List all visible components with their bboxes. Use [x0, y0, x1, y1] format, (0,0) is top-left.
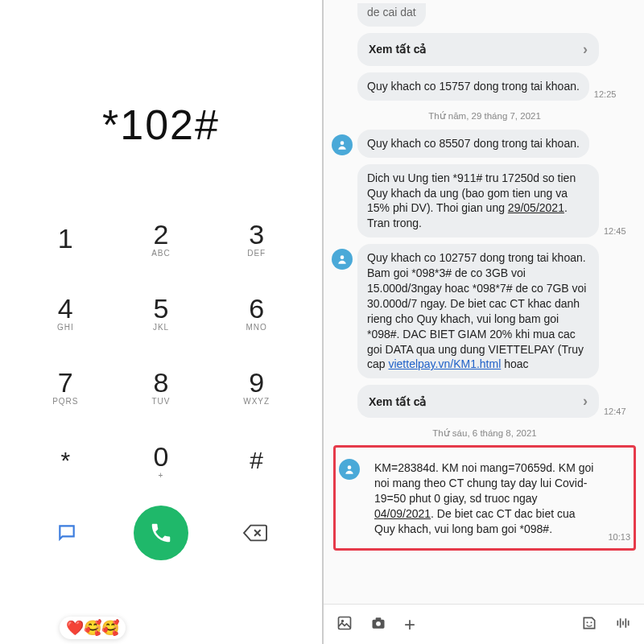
action-row[interactable]: Xem tất cả › 12:47 — [332, 385, 638, 418]
message-row: Quy khach co 85507 dong trong tai khoan. — [332, 130, 638, 158]
keypad-key-#[interactable]: # — [208, 423, 304, 497]
svg-point-0 — [341, 141, 345, 145]
timestamp: 12:45 — [604, 226, 626, 237]
message-bubble: Dich vu Ung tien *911# tru 17250d so tie… — [357, 164, 599, 238]
timestamp: 10:13 — [608, 532, 630, 543]
view-all-label: Xem tất cả — [369, 43, 427, 56]
dialer-bottom-row — [0, 497, 322, 576]
avatar — [339, 459, 360, 480]
reactions-bubble[interactable]: ❤️🥰🥰 — [60, 617, 126, 639]
timestamp: 12:47 — [604, 407, 626, 418]
messages-icon[interactable] — [47, 514, 86, 552]
keypad-key-9[interactable]: 9WXYZ — [208, 349, 304, 423]
message-bubble: Quy khach co 15757 dong trong tai khoan. — [357, 72, 589, 101]
avatar — [332, 249, 353, 270]
keypad-key-8[interactable]: 8TUV — [114, 349, 209, 423]
keypad-key-6[interactable]: 6MNO — [208, 275, 304, 349]
timestamp: 12:25 — [594, 89, 617, 101]
keypad-key-7[interactable]: 7PQRS — [18, 349, 114, 423]
date-separator: Thứ năm, 29 tháng 7, 2021 — [332, 110, 638, 122]
gallery-icon[interactable] — [336, 615, 353, 634]
dialed-number: *102# — [102, 101, 220, 149]
keypad-key-4[interactable]: 4GHI — [18, 275, 114, 349]
keypad: 12ABC3DEF4GHI5JKL6MNO7PQRS8TUV9WXYZ*0+# — [0, 201, 322, 497]
keypad-key-3[interactable]: 3DEF — [208, 201, 304, 275]
message-bubble: Quy khach co 85507 dong trong tai khoan. — [357, 130, 589, 158]
camera-icon[interactable] — [370, 615, 386, 634]
message-row: KM=28384d. KM noi mang=70659d. KM goi no… — [339, 454, 630, 543]
link[interactable]: viettelpay.vn/KM1.html — [388, 357, 501, 370]
dial-display: *102# — [0, 0, 322, 201]
message-bubble: Quy khach co 102757 dong trong tai khoan… — [357, 244, 599, 378]
svg-rect-3 — [339, 617, 351, 629]
svg-point-4 — [341, 619, 344, 621]
chevron-right-icon: › — [583, 41, 588, 58]
keypad-key-5[interactable]: 5JKL — [114, 275, 209, 349]
message-row: de cai dat — [332, 3, 638, 27]
sticker-icon[interactable] — [581, 615, 597, 634]
message-bubble: de cai dat — [357, 3, 426, 27]
dialer-screen: *102# 12ABC3DEF4GHI5JKL6MNO7PQRS8TUV9WXY… — [0, 0, 324, 644]
message-row: Dich vu Ung tien *911# tru 17250d so tie… — [332, 164, 638, 238]
keypad-key-2[interactable]: 2ABC — [114, 201, 209, 275]
svg-rect-7 — [376, 617, 382, 620]
keypad-key-*[interactable]: * — [18, 423, 114, 497]
svg-point-1 — [341, 256, 345, 260]
messages-screen: de cai dat Xem tất cả › Quy khach co 157… — [324, 0, 644, 644]
svg-point-9 — [591, 621, 592, 623]
avatar — [332, 134, 353, 155]
svg-point-6 — [376, 621, 381, 625]
message-bubble: KM=28384d. KM noi mang=70659d. KM goi no… — [365, 454, 603, 543]
message-list: de cai dat Xem tất cả › Quy khach co 157… — [324, 0, 644, 604]
action-row[interactable]: Xem tất cả › — [332, 33, 638, 66]
keypad-key-1[interactable]: 1 — [18, 201, 114, 275]
message-row: Quy khach co 15757 dong trong tai khoan.… — [332, 72, 638, 101]
date-separator: Thứ sáu, 6 tháng 8, 2021 — [332, 427, 638, 439]
svg-point-8 — [587, 621, 588, 623]
view-all-label: Xem tất cả — [369, 395, 427, 408]
call-button[interactable] — [134, 506, 188, 560]
voice-icon[interactable] — [615, 615, 631, 634]
chevron-right-icon: › — [583, 393, 588, 410]
message-row: Quy khach co 102757 dong trong tai khoan… — [332, 244, 638, 378]
highlighted-message: KM=28384d. KM noi mang=70659d. KM goi no… — [333, 445, 636, 550]
backspace-icon[interactable] — [236, 514, 275, 552]
plus-icon[interactable]: + — [404, 613, 415, 636]
svg-point-2 — [348, 466, 352, 470]
message-input-bar: + — [324, 604, 644, 644]
keypad-key-0[interactable]: 0+ — [114, 423, 209, 497]
